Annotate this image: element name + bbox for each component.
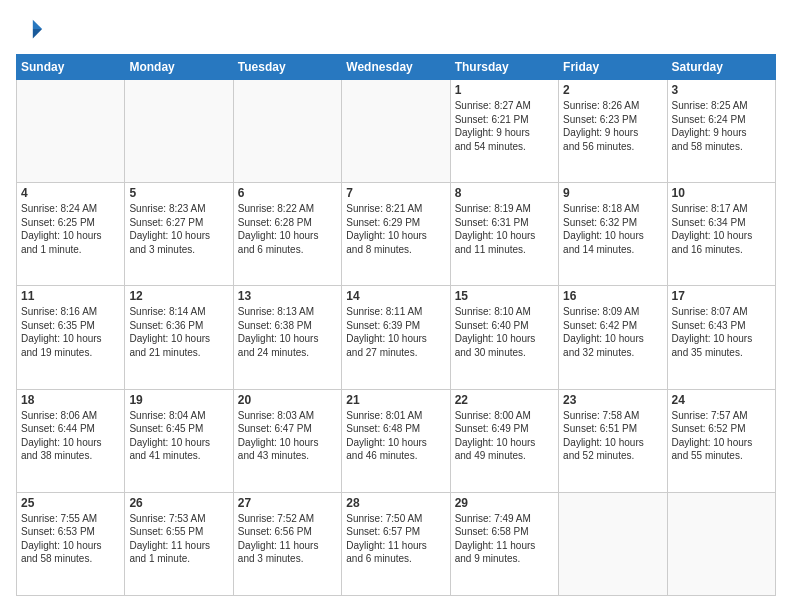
day-cell: 13Sunrise: 8:13 AM Sunset: 6:38 PM Dayli… [233,286,341,389]
page: SundayMondayTuesdayWednesdayThursdayFrid… [0,0,792,612]
day-cell: 5Sunrise: 8:23 AM Sunset: 6:27 PM Daylig… [125,183,233,286]
week-row-0: 1Sunrise: 8:27 AM Sunset: 6:21 PM Daylig… [17,80,776,183]
day-number: 29 [455,496,554,510]
day-cell: 14Sunrise: 8:11 AM Sunset: 6:39 PM Dayli… [342,286,450,389]
day-cell: 6Sunrise: 8:22 AM Sunset: 6:28 PM Daylig… [233,183,341,286]
day-info: Sunrise: 8:18 AM Sunset: 6:32 PM Dayligh… [563,202,662,256]
day-info: Sunrise: 7:55 AM Sunset: 6:53 PM Dayligh… [21,512,120,566]
day-info: Sunrise: 8:26 AM Sunset: 6:23 PM Dayligh… [563,99,662,153]
day-number: 2 [563,83,662,97]
logo-icon [16,16,44,44]
day-info: Sunrise: 8:16 AM Sunset: 6:35 PM Dayligh… [21,305,120,359]
day-cell: 20Sunrise: 8:03 AM Sunset: 6:47 PM Dayli… [233,389,341,492]
day-info: Sunrise: 8:14 AM Sunset: 6:36 PM Dayligh… [129,305,228,359]
day-info: Sunrise: 8:21 AM Sunset: 6:29 PM Dayligh… [346,202,445,256]
day-cell [667,492,775,595]
day-info: Sunrise: 8:19 AM Sunset: 6:31 PM Dayligh… [455,202,554,256]
day-info: Sunrise: 7:58 AM Sunset: 6:51 PM Dayligh… [563,409,662,463]
day-number: 8 [455,186,554,200]
day-cell: 12Sunrise: 8:14 AM Sunset: 6:36 PM Dayli… [125,286,233,389]
day-number: 25 [21,496,120,510]
day-cell: 28Sunrise: 7:50 AM Sunset: 6:57 PM Dayli… [342,492,450,595]
svg-marker-1 [33,29,42,38]
day-info: Sunrise: 7:52 AM Sunset: 6:56 PM Dayligh… [238,512,337,566]
day-cell: 19Sunrise: 8:04 AM Sunset: 6:45 PM Dayli… [125,389,233,492]
day-number: 7 [346,186,445,200]
day-info: Sunrise: 8:23 AM Sunset: 6:27 PM Dayligh… [129,202,228,256]
day-number: 17 [672,289,771,303]
day-cell [17,80,125,183]
day-header-wednesday: Wednesday [342,55,450,80]
day-info: Sunrise: 8:24 AM Sunset: 6:25 PM Dayligh… [21,202,120,256]
day-number: 4 [21,186,120,200]
day-number: 5 [129,186,228,200]
day-info: Sunrise: 8:10 AM Sunset: 6:40 PM Dayligh… [455,305,554,359]
day-header-thursday: Thursday [450,55,558,80]
day-info: Sunrise: 8:03 AM Sunset: 6:47 PM Dayligh… [238,409,337,463]
day-number: 20 [238,393,337,407]
day-header-saturday: Saturday [667,55,775,80]
day-header-friday: Friday [559,55,667,80]
day-info: Sunrise: 8:04 AM Sunset: 6:45 PM Dayligh… [129,409,228,463]
day-cell: 3Sunrise: 8:25 AM Sunset: 6:24 PM Daylig… [667,80,775,183]
day-number: 24 [672,393,771,407]
day-number: 18 [21,393,120,407]
day-info: Sunrise: 8:06 AM Sunset: 6:44 PM Dayligh… [21,409,120,463]
day-cell: 7Sunrise: 8:21 AM Sunset: 6:29 PM Daylig… [342,183,450,286]
calendar-table: SundayMondayTuesdayWednesdayThursdayFrid… [16,54,776,596]
day-cell: 22Sunrise: 8:00 AM Sunset: 6:49 PM Dayli… [450,389,558,492]
week-row-4: 25Sunrise: 7:55 AM Sunset: 6:53 PM Dayli… [17,492,776,595]
day-number: 21 [346,393,445,407]
day-info: Sunrise: 8:07 AM Sunset: 6:43 PM Dayligh… [672,305,771,359]
day-info: Sunrise: 8:17 AM Sunset: 6:34 PM Dayligh… [672,202,771,256]
day-number: 26 [129,496,228,510]
day-header-tuesday: Tuesday [233,55,341,80]
day-info: Sunrise: 8:13 AM Sunset: 6:38 PM Dayligh… [238,305,337,359]
day-number: 14 [346,289,445,303]
day-cell: 24Sunrise: 7:57 AM Sunset: 6:52 PM Dayli… [667,389,775,492]
day-number: 9 [563,186,662,200]
day-number: 10 [672,186,771,200]
day-number: 16 [563,289,662,303]
day-info: Sunrise: 7:53 AM Sunset: 6:55 PM Dayligh… [129,512,228,566]
day-cell: 1Sunrise: 8:27 AM Sunset: 6:21 PM Daylig… [450,80,558,183]
day-cell: 15Sunrise: 8:10 AM Sunset: 6:40 PM Dayli… [450,286,558,389]
day-number: 11 [21,289,120,303]
day-number: 6 [238,186,337,200]
day-info: Sunrise: 8:00 AM Sunset: 6:49 PM Dayligh… [455,409,554,463]
week-row-3: 18Sunrise: 8:06 AM Sunset: 6:44 PM Dayli… [17,389,776,492]
day-info: Sunrise: 8:25 AM Sunset: 6:24 PM Dayligh… [672,99,771,153]
day-cell: 29Sunrise: 7:49 AM Sunset: 6:58 PM Dayli… [450,492,558,595]
day-cell: 9Sunrise: 8:18 AM Sunset: 6:32 PM Daylig… [559,183,667,286]
day-info: Sunrise: 8:09 AM Sunset: 6:42 PM Dayligh… [563,305,662,359]
day-cell: 27Sunrise: 7:52 AM Sunset: 6:56 PM Dayli… [233,492,341,595]
day-number: 13 [238,289,337,303]
calendar-header: SundayMondayTuesdayWednesdayThursdayFrid… [17,55,776,80]
day-cell [233,80,341,183]
day-number: 23 [563,393,662,407]
day-number: 1 [455,83,554,97]
day-cell: 4Sunrise: 8:24 AM Sunset: 6:25 PM Daylig… [17,183,125,286]
day-number: 27 [238,496,337,510]
day-cell: 17Sunrise: 8:07 AM Sunset: 6:43 PM Dayli… [667,286,775,389]
calendar-body: 1Sunrise: 8:27 AM Sunset: 6:21 PM Daylig… [17,80,776,596]
day-number: 28 [346,496,445,510]
day-cell: 8Sunrise: 8:19 AM Sunset: 6:31 PM Daylig… [450,183,558,286]
day-cell: 21Sunrise: 8:01 AM Sunset: 6:48 PM Dayli… [342,389,450,492]
day-cell: 18Sunrise: 8:06 AM Sunset: 6:44 PM Dayli… [17,389,125,492]
day-cell: 26Sunrise: 7:53 AM Sunset: 6:55 PM Dayli… [125,492,233,595]
day-number: 12 [129,289,228,303]
day-cell: 2Sunrise: 8:26 AM Sunset: 6:23 PM Daylig… [559,80,667,183]
header [16,16,776,44]
day-number: 19 [129,393,228,407]
day-number: 15 [455,289,554,303]
day-cell [559,492,667,595]
day-info: Sunrise: 8:11 AM Sunset: 6:39 PM Dayligh… [346,305,445,359]
day-info: Sunrise: 7:50 AM Sunset: 6:57 PM Dayligh… [346,512,445,566]
day-cell [342,80,450,183]
day-info: Sunrise: 7:57 AM Sunset: 6:52 PM Dayligh… [672,409,771,463]
svg-marker-0 [33,20,42,29]
day-cell: 11Sunrise: 8:16 AM Sunset: 6:35 PM Dayli… [17,286,125,389]
day-cell: 10Sunrise: 8:17 AM Sunset: 6:34 PM Dayli… [667,183,775,286]
day-cell: 23Sunrise: 7:58 AM Sunset: 6:51 PM Dayli… [559,389,667,492]
